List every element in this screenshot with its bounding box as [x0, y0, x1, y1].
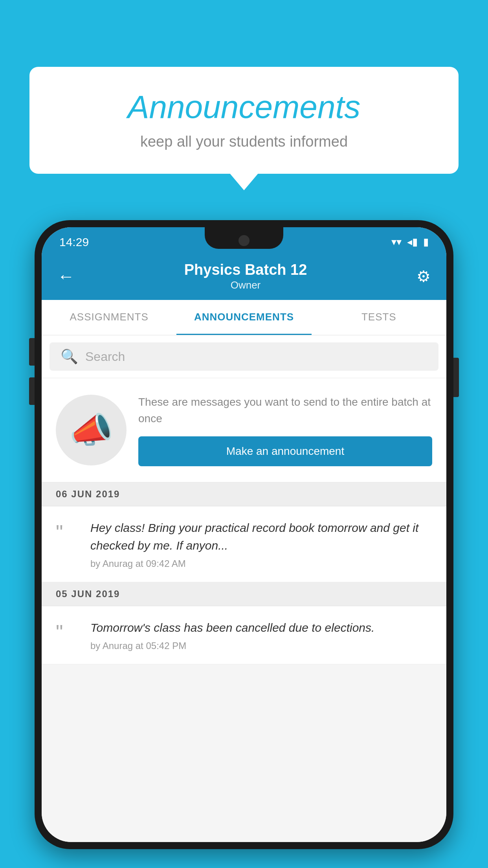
announcement-meta-2: by Anurag at 05:42 PM: [90, 640, 432, 651]
status-icons: ▾▾ ◂▮ ▮: [391, 236, 429, 248]
content-area: 🔍 Search 📣 These are messages you want t…: [42, 335, 446, 842]
phone-notch: [205, 227, 283, 249]
quote-icon-2: ": [56, 621, 63, 644]
tab-announcements[interactable]: ANNOUNCEMENTS: [176, 300, 311, 335]
battery-icon: ▮: [423, 236, 429, 248]
megaphone-icon: 📣: [69, 410, 113, 451]
megaphone-circle: 📣: [56, 395, 127, 465]
date-separator-2: 05 JUN 2019: [42, 582, 446, 606]
signal-icon: ◂▮: [407, 236, 418, 248]
wifi-icon: ▾▾: [391, 236, 402, 248]
app-bar: ← Physics Batch 12 Owner ⚙: [42, 253, 446, 300]
status-time: 14:29: [59, 235, 89, 249]
front-camera: [238, 235, 250, 246]
announcement-text-1: Hey class! Bring your practical record b…: [90, 519, 432, 554]
quote-icon-container-2: ": [56, 619, 79, 642]
app-bar-title: Physics Batch 12: [184, 261, 307, 278]
power-button: [453, 358, 459, 397]
intro-card: 📣 These are messages you want to send to…: [42, 378, 446, 482]
announcement-content-2: Tomorrow's class has been cancelled due …: [90, 619, 432, 651]
tabs-bar: ASSIGNMENTS ANNOUNCEMENTS TESTS: [42, 300, 446, 335]
announcement-item-2[interactable]: " Tomorrow's class has been cancelled du…: [42, 606, 446, 664]
quote-icon-container: ": [56, 519, 79, 542]
speech-bubble-section: Announcements keep all your students inf…: [29, 67, 459, 174]
announcement-text-2: Tomorrow's class has been cancelled due …: [90, 619, 432, 636]
tab-assignments[interactable]: ASSIGNMENTS: [42, 300, 176, 335]
search-icon: 🔍: [61, 348, 78, 365]
date-separator-1: 06 JUN 2019: [42, 482, 446, 506]
tab-tests[interactable]: TESTS: [312, 300, 446, 335]
intro-right: These are messages you want to send to t…: [138, 394, 432, 466]
search-placeholder: Search: [85, 349, 125, 364]
phone-screen: 14:29 ▾▾ ◂▮ ▮ ← Physics Batch 12 Owner ⚙: [42, 227, 446, 842]
app-bar-subtitle: Owner: [184, 279, 307, 291]
announcement-content-1: Hey class! Bring your practical record b…: [90, 519, 432, 569]
search-container: 🔍 Search: [42, 335, 446, 378]
announcement-meta-1: by Anurag at 09:42 AM: [90, 558, 432, 569]
volume-up-button: [29, 338, 35, 366]
bubble-title: Announcements: [53, 88, 435, 125]
bubble-subtitle: keep all your students informed: [53, 133, 435, 150]
back-button[interactable]: ←: [57, 267, 75, 286]
intro-description: These are messages you want to send to t…: [138, 394, 432, 427]
search-box[interactable]: 🔍 Search: [50, 342, 438, 371]
volume-down-button: [29, 377, 35, 405]
announcement-item-1[interactable]: " Hey class! Bring your practical record…: [42, 506, 446, 582]
quote-icon: ": [56, 521, 63, 544]
phone-frame: 14:29 ▾▾ ◂▮ ▮ ← Physics Batch 12 Owner ⚙: [35, 220, 453, 849]
settings-button[interactable]: ⚙: [416, 267, 431, 285]
app-bar-center: Physics Batch 12 Owner: [184, 261, 307, 291]
make-announcement-button[interactable]: Make an announcement: [138, 436, 432, 466]
speech-bubble: Announcements keep all your students inf…: [29, 67, 459, 174]
phone-mockup: 14:29 ▾▾ ◂▮ ▮ ← Physics Batch 12 Owner ⚙: [35, 220, 453, 868]
